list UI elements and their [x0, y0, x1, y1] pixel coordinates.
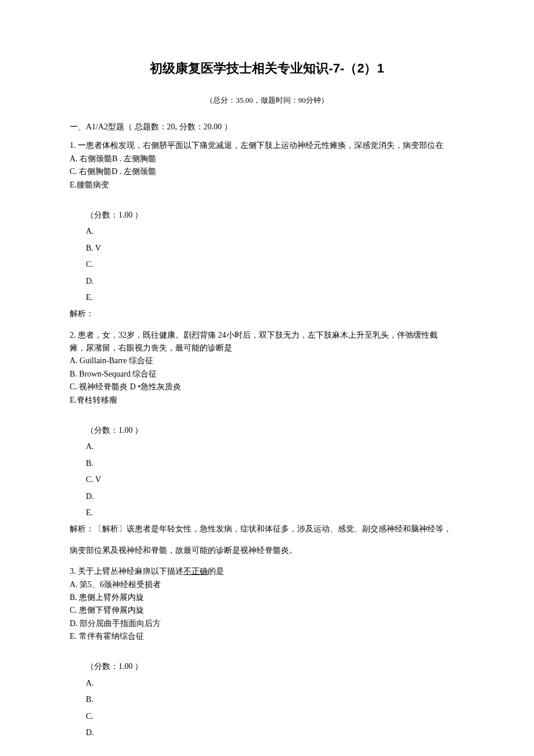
- answer-choice-d: D.: [86, 275, 464, 288]
- question-option: E.腰髓病变: [70, 179, 464, 191]
- page-title: 初级康复医学技士相关专业知识-7-（2）1: [70, 58, 464, 78]
- score-block: （分数：1.00 ） A. B. C. V D. E.: [86, 424, 464, 519]
- question-option: E. 常伴有霍纳综合征: [70, 630, 464, 643]
- answer-choice-a: A.: [86, 225, 464, 238]
- answer-analysis: 解析：: [70, 308, 464, 320]
- question-stem: 瘫，尿潴留，右眼视力丧失，最可能的诊断是: [70, 342, 464, 355]
- answer-choice-b: B.: [86, 457, 464, 470]
- stem-text: 的是: [208, 567, 224, 576]
- question-option: A. Guillain-Barre 综合征: [70, 355, 464, 367]
- section-heading: 一、A1/A2型题（ 总题数：20, 分数：20.00 ）: [70, 121, 464, 133]
- question-option: D. 部分屈曲手指面向后方: [70, 617, 464, 630]
- exam-summary: （总分：35.00，做题时间：90分钟）: [70, 95, 464, 107]
- question-option: C. 患侧下臂伸展内旋: [70, 604, 464, 617]
- score-block: （分数：1.00 ） A. B. C. D.: [86, 660, 464, 739]
- answer-choice-a: A.: [86, 440, 464, 453]
- answer-analysis: 解析：〔解析〕该患者是年轻女性，急性发病，症状和体征多，涉及运动、感觉、副交感神…: [70, 523, 464, 536]
- answer-choice-e: E.: [86, 291, 464, 304]
- question-option: B. 患侧上臂外展内旋: [70, 591, 464, 604]
- question-option: E.脊柱转移瘤: [70, 394, 464, 407]
- score-line: （分数：1.00 ）: [86, 209, 464, 222]
- question-stem: 1. 一患者体检发现，右侧脐平面以下痛觉减退，左侧下肢上运动神经元性瘫痪，深感觉…: [70, 139, 464, 152]
- question-option: B. Brown-Sequard 综合征: [70, 368, 464, 381]
- answer-choice-e: E.: [86, 507, 464, 519]
- answer-choice-c: C.: [86, 710, 464, 723]
- answer-choice-c: C.: [86, 258, 464, 271]
- stem-underline: 不正确: [183, 567, 208, 576]
- question-option: A. 第5、6颈神经根受损者: [70, 578, 464, 591]
- question-stem: 3. 关于上臂丛神经麻痹以下描述不正确的是: [70, 565, 464, 578]
- question-option: C. 右侧胸髓D . 左侧颈髓: [70, 165, 464, 178]
- score-block: （分数：1.00 ） A. B. V C. D. E.: [86, 209, 464, 304]
- answer-analysis: 病变部位累及视神经和脊髓，故最可能的诊断是视神经脊髓炎。: [70, 544, 464, 557]
- question-stem: 2. 患者，女，32岁，既往健康。剧烈背痛 24小时后，双下肢无力，左下肢麻木上…: [70, 329, 464, 342]
- answer-choice-c: C. V: [86, 473, 464, 486]
- question-option: C. 视神经脊髓炎 D •急性灰质炎: [70, 381, 464, 393]
- answer-choice-d: D.: [86, 490, 464, 503]
- answer-choice-b: B.: [86, 693, 464, 706]
- question-option: A. 右侧颈髓B . 左侧胸髓: [70, 153, 464, 165]
- score-line: （分数：1.00 ）: [86, 424, 464, 437]
- answer-choice-b: B. V: [86, 242, 464, 255]
- stem-text: 3. 关于上臂丛神经麻痹以下描述: [70, 567, 183, 576]
- answer-choice-a: A.: [86, 677, 464, 690]
- score-line: （分数：1.00 ）: [86, 660, 464, 673]
- answer-choice-d: D.: [86, 726, 464, 739]
